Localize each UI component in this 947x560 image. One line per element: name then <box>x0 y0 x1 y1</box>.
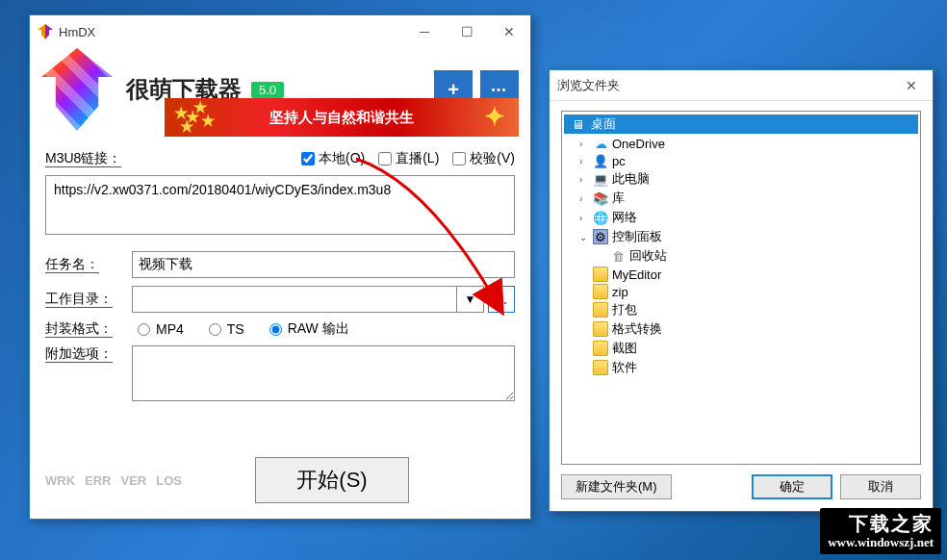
cp-icon: ⚙ <box>593 229 608 244</box>
tree-item[interactable]: 软件 <box>579 358 920 377</box>
dialog-close-button[interactable]: ✕ <box>890 69 933 102</box>
tree-item[interactable]: MyEditor <box>579 266 920 283</box>
titlebar: HmDX ─ ☐ ✕ <box>30 15 530 48</box>
browse-folder-dialog: 浏览文件夹 ✕ 🖥 桌面 ›☁OneDrive›👤pc›💻此电脑›📚库›🌐网络⌄… <box>549 69 934 512</box>
hmdx-app-window: HmDX ─ ☐ ✕ 很萌下载器 5.0 + ••• 坚持人与自然和谐共生 M3… <box>29 14 531 520</box>
workdir-browse-button[interactable]: ... <box>488 286 515 313</box>
workdir-input[interactable] <box>132 286 457 313</box>
version-badge: 5.0 <box>251 82 284 98</box>
extra-label: 附加选项： <box>45 345 132 363</box>
new-folder-button[interactable]: 新建文件夹(M) <box>561 474 672 499</box>
tree-item-label: 控制面板 <box>612 228 662 245</box>
format-mp4-radio[interactable]: MP4 <box>138 320 184 338</box>
cloud-icon: ☁ <box>593 136 608 151</box>
stats-bar: WRK ERR VER LOS <box>45 473 182 488</box>
workdir-label: 工作目录： <box>45 291 132 308</box>
minimize-button[interactable]: ─ <box>403 15 446 48</box>
lib-icon: 📚 <box>593 191 608 206</box>
workdir-dropdown-button[interactable]: ▼ <box>457 286 484 313</box>
tree-item[interactable]: ⌄⚙控制面板 <box>579 227 920 246</box>
dialog-title: 浏览文件夹 <box>557 77 620 94</box>
tree-item[interactable]: ›🌐网络 <box>579 208 920 227</box>
rec-icon: 🗑 <box>610 248 626 264</box>
tree-item-label: pc <box>612 154 626 168</box>
tree-item-label: OneDrive <box>612 137 665 151</box>
tree-item-label: MyEditor <box>612 267 661 282</box>
desktop-icon: 🖥 <box>570 116 585 132</box>
tree-root-desktop[interactable]: 🖥 桌面 <box>564 115 918 134</box>
pc-icon: 👤 <box>593 153 608 168</box>
stat-wrk: WRK <box>45 473 75 488</box>
verify-checkbox[interactable]: 校验(V) <box>452 150 515 167</box>
format-label: 封装格式： <box>45 320 132 338</box>
tree-item[interactable]: ›💻此电脑 <box>579 169 920 189</box>
format-ts-radio[interactable]: TS <box>209 320 244 338</box>
extra-input[interactable] <box>132 345 515 401</box>
svg-marker-1 <box>45 24 53 39</box>
tree-item-label: 网络 <box>612 209 637 226</box>
watermark: 下载之家 www.windowszj.net <box>820 508 941 554</box>
folder-tree[interactable]: 🖥 桌面 ›☁OneDrive›👤pc›💻此电脑›📚库›🌐网络⌄⚙控制面板🗑回收… <box>561 111 921 465</box>
tree-item-label: 格式转换 <box>612 320 662 338</box>
tree-item-label: 截图 <box>612 340 637 357</box>
close-button[interactable]: ✕ <box>488 15 530 48</box>
tree-item-label: 库 <box>612 190 625 207</box>
stat-ver: VER <box>121 473 147 488</box>
tree-item-label: 打包 <box>612 301 637 318</box>
stat-err: ERR <box>85 473 111 488</box>
stat-los: LOS <box>156 473 182 488</box>
expand-icon[interactable]: ⌄ <box>579 232 589 242</box>
local-checkbox[interactable]: 本地(O) <box>301 150 365 167</box>
tree-item-label: 此电脑 <box>612 170 650 188</box>
folder-icon <box>593 360 608 375</box>
tree-item[interactable]: 格式转换 <box>579 319 920 339</box>
tree-item-label: 回收站 <box>629 247 667 265</box>
expand-icon[interactable]: › <box>579 193 589 204</box>
tree-item[interactable]: zip <box>579 283 920 300</box>
tree-item[interactable]: ›👤pc <box>579 152 920 169</box>
banner: 坚持人与自然和谐共生 <box>165 98 519 137</box>
net-icon: 🌐 <box>593 210 608 225</box>
tree-item[interactable]: 🗑回收站 <box>579 246 920 266</box>
tree-item[interactable]: 打包 <box>579 300 920 319</box>
format-raw-radio[interactable]: RAW 输出 <box>269 320 349 338</box>
m3u8-label: M3U8链接： <box>45 150 132 167</box>
live-checkbox[interactable]: 直播(L) <box>378 150 439 167</box>
cancel-button[interactable]: 取消 <box>840 474 921 499</box>
folder-icon <box>593 284 608 299</box>
folder-icon <box>593 341 608 356</box>
url-input[interactable] <box>45 175 515 235</box>
folder-icon <box>593 267 608 282</box>
ok-button[interactable]: 确定 <box>752 474 832 499</box>
expand-icon[interactable]: › <box>579 139 589 149</box>
start-button[interactable]: 开始(S) <box>255 457 409 503</box>
taskname-input[interactable] <box>132 251 515 278</box>
tree-item-label: 软件 <box>612 359 637 376</box>
folder-icon <box>593 321 608 337</box>
app-icon <box>38 24 53 39</box>
app-logo-icon <box>41 48 113 131</box>
window-title: HmDX <box>59 25 95 39</box>
taskname-label: 任务名： <box>45 256 132 273</box>
mon-icon: 💻 <box>593 171 608 187</box>
maximize-button[interactable]: ☐ <box>446 15 488 48</box>
tree-item[interactable]: ›☁OneDrive <box>579 135 920 152</box>
tree-item[interactable]: ›📚库 <box>579 189 920 208</box>
expand-icon[interactable]: › <box>579 174 589 185</box>
expand-icon[interactable]: › <box>579 213 589 223</box>
expand-icon[interactable]: › <box>579 156 589 166</box>
folder-icon <box>593 302 608 318</box>
tree-item[interactable]: 截图 <box>579 339 920 358</box>
tree-item-label: zip <box>612 285 628 299</box>
